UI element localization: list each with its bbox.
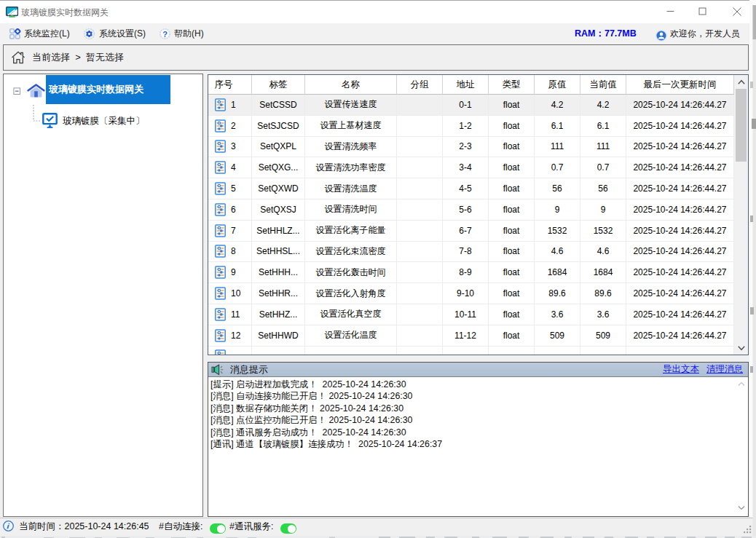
svg-text:?: ? xyxy=(162,30,168,39)
